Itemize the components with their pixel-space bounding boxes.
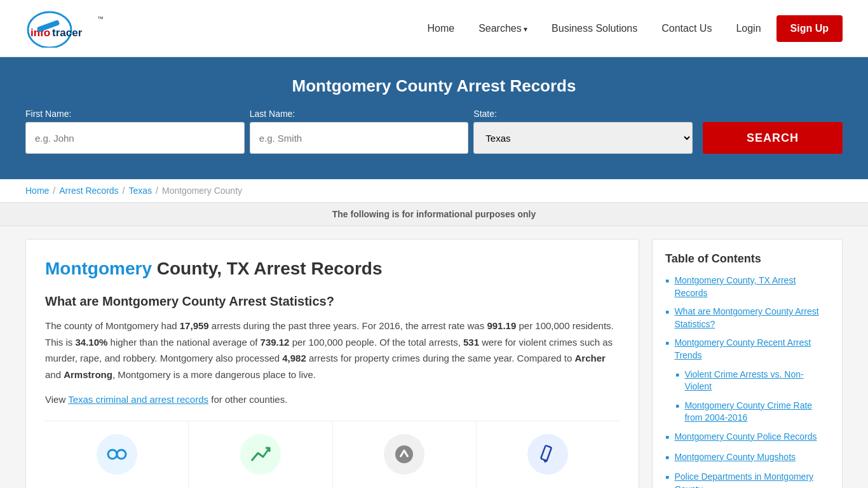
nav-home[interactable]: Home: [418, 18, 463, 39]
violent-count: 531: [463, 337, 479, 348]
toc-link-6[interactable]: Montgomery County Police Records: [674, 431, 817, 444]
svg-point-6: [117, 450, 126, 459]
texas-records-link[interactable]: Texas criminal and arrest records: [68, 394, 208, 405]
last-name-group: Last Name:: [250, 109, 469, 154]
toc-link-5[interactable]: Montgomery County Crime Rate from 2004-2…: [684, 400, 829, 424]
breadcrumb-sep-3: /: [156, 186, 158, 196]
svg-point-8: [395, 445, 413, 463]
main-nav: Home Searches Business Solutions Contact…: [418, 15, 843, 42]
hero-title: Montgomery County Arrest Records: [25, 76, 843, 96]
nav-signup-button[interactable]: Sign Up: [776, 15, 843, 42]
toc-item-7: ▪ Montgomery County Mugshots: [665, 451, 829, 465]
header: info tracer ™ Home Searches Business Sol…: [0, 0, 868, 57]
toc-bullet-4: ▪: [675, 369, 679, 383]
toc-item-2: ▪ What are Montgomery County Arrest Stat…: [665, 306, 829, 330]
county1-name: Archer: [574, 353, 605, 363]
breadcrumb-bar: Home / Arrest Records / Texas / Montgome…: [0, 179, 868, 203]
icon-trend: [189, 421, 332, 487]
toc-list: ▪ Montgomery County, TX Arrest Records ▪…: [665, 274, 829, 488]
up-icon: [384, 434, 424, 475]
svg-point-5: [108, 450, 117, 459]
stats-paragraph: The county of Montgomery had 17,959 arre…: [45, 318, 620, 383]
search-button[interactable]: SEARCH: [703, 122, 843, 154]
county2-name: Armstrong: [64, 369, 112, 380]
logo-svg: info tracer ™: [25, 10, 153, 48]
trend-icon: [240, 434, 281, 475]
icons-row: [45, 421, 620, 487]
toc-link-1[interactable]: Montgomery County, TX Arrest Records: [674, 274, 829, 299]
table-of-contents: Table of Contents ▪ Montgomery County, T…: [652, 239, 843, 488]
icon-up: [333, 421, 477, 487]
arrests-count: 17,959: [180, 320, 209, 331]
first-name-group: First Name:: [25, 109, 245, 154]
main-heading: Montgomery County, TX Arrest Records: [45, 259, 620, 279]
heading-highlight: Montgomery: [45, 259, 152, 278]
pen-icon: [527, 434, 568, 475]
main-content: Montgomery County, TX Arrest Records Wha…: [0, 226, 868, 488]
toc-bullet-3: ▪: [665, 337, 669, 351]
toc-link-8[interactable]: Police Departments in Montgomery County: [674, 471, 829, 488]
toc-link-7[interactable]: Montgomery County Mugshots: [674, 451, 796, 464]
toc-item-5: ▪ Montgomery County Crime Rate from 2004…: [665, 400, 829, 424]
icon-handcuffs: [45, 421, 189, 487]
toc-bullet-2: ▪: [665, 306, 669, 320]
hero-section: Montgomery County Arrest Records First N…: [0, 57, 868, 179]
svg-text:™: ™: [97, 15, 104, 22]
breadcrumb-home[interactable]: Home: [25, 186, 49, 196]
arrest-rate: 991.19: [487, 320, 516, 331]
breadcrumb-montgomery-county: Montgomery County: [162, 186, 242, 196]
toc-link-3[interactable]: Montgomery County Recent Arrest Trends: [674, 337, 829, 362]
breadcrumb: Home / Arrest Records / Texas / Montgome…: [25, 186, 843, 196]
state-label: State:: [473, 109, 497, 119]
nav-contact-us[interactable]: Contact Us: [653, 18, 721, 39]
nav-login[interactable]: Login: [727, 18, 770, 39]
info-note-text: The following is for informational purpo…: [332, 209, 536, 219]
breadcrumb-sep-1: /: [53, 186, 55, 196]
first-name-input[interactable]: [25, 122, 245, 154]
toc-item-8: ▪ Police Departments in Montgomery Count…: [665, 471, 829, 488]
handcuffs-icon: [97, 434, 137, 475]
state-select[interactable]: Texas Alabama Alaska Arizona California: [473, 122, 693, 154]
svg-text:tracer: tracer: [52, 27, 83, 39]
stats-heading: What are Montgomery County Arrest Statis…: [45, 294, 620, 309]
toc-bullet-7: ▪: [665, 451, 669, 465]
toc-item-3: ▪ Montgomery County Recent Arrest Trends: [665, 337, 829, 362]
toc-title: Table of Contents: [665, 252, 829, 266]
breadcrumb-arrest-records[interactable]: Arrest Records: [59, 186, 118, 196]
toc-bullet-6: ▪: [665, 431, 669, 445]
toc-bullet-1: ▪: [665, 274, 669, 288]
last-name-label: Last Name:: [250, 109, 295, 119]
sidebar: Table of Contents ▪ Montgomery County, T…: [652, 239, 843, 488]
svg-rect-9: [541, 445, 552, 460]
nav-searches[interactable]: Searches: [470, 18, 536, 39]
toc-link-2[interactable]: What are Montgomery County Arrest Statis…: [674, 306, 829, 330]
first-name-label: First Name:: [25, 109, 71, 119]
toc-item-4: ▪ Violent Crime Arrests vs. Non-Violent: [665, 369, 829, 393]
search-form: First Name: Last Name: State: Texas Alab…: [25, 109, 843, 154]
last-name-input[interactable]: [250, 122, 469, 154]
toc-item-1: ▪ Montgomery County, TX Arrest Records: [665, 274, 829, 299]
toc-link-4[interactable]: Violent Crime Arrests vs. Non-Violent: [684, 369, 829, 393]
breadcrumb-sep-2: /: [123, 186, 125, 196]
view-link-line: View Texas criminal and arrest records f…: [45, 391, 620, 408]
state-group: State: Texas Alabama Alaska Arizona Cali…: [473, 109, 693, 154]
property-count: 4,982: [282, 353, 306, 363]
logo[interactable]: info tracer ™: [25, 10, 153, 48]
info-note: The following is for informational purpo…: [0, 203, 868, 226]
nav-business-solutions[interactable]: Business Solutions: [543, 18, 646, 39]
pct-higher: 34.10%: [76, 337, 108, 348]
breadcrumb-texas[interactable]: Texas: [129, 186, 153, 196]
content-area: Montgomery County, TX Arrest Records Wha…: [25, 239, 639, 488]
toc-item-6: ▪ Montgomery County Police Records: [665, 431, 829, 445]
national-rate: 739.12: [261, 337, 290, 348]
toc-bullet-5: ▪: [675, 400, 679, 414]
heading-rest: County, TX Arrest Records: [152, 259, 383, 278]
toc-bullet-8: ▪: [665, 471, 669, 485]
icon-pen: [477, 421, 620, 487]
